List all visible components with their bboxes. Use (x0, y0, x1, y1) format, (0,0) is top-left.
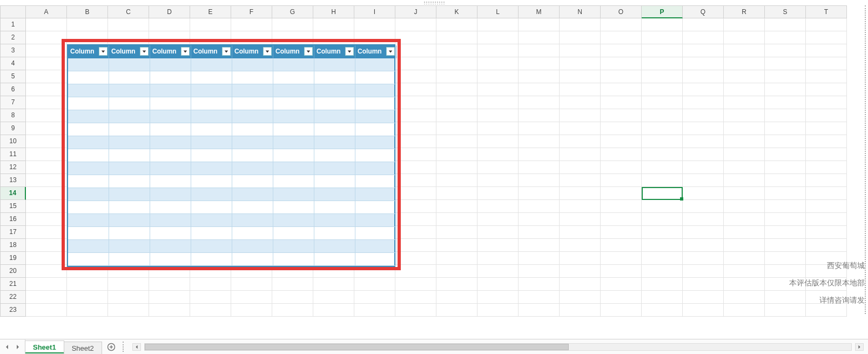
table-header-cell[interactable]: Column (68, 45, 109, 58)
table-cell[interactable] (273, 201, 314, 214)
table-cell[interactable] (150, 162, 191, 175)
cell-P5[interactable] (642, 70, 683, 83)
cell-S11[interactable] (765, 148, 806, 161)
table-cell[interactable] (232, 97, 273, 110)
cell-L5[interactable] (477, 70, 519, 83)
cell-M5[interactable] (519, 70, 560, 83)
table-cell[interactable] (109, 253, 150, 266)
cell-S9[interactable] (765, 122, 806, 135)
cell-K3[interactable] (436, 44, 477, 57)
cell-J8[interactable] (395, 109, 436, 122)
cell-R17[interactable] (724, 226, 765, 239)
table-cell[interactable] (68, 123, 109, 136)
cell-A4[interactable] (26, 57, 67, 70)
cell-A15[interactable] (26, 200, 67, 213)
table-header-cell[interactable]: Column (314, 45, 355, 58)
scroll-track[interactable] (144, 343, 852, 351)
table-cell[interactable] (191, 240, 232, 253)
table-cell[interactable] (314, 97, 355, 110)
cell-A20[interactable] (26, 265, 67, 278)
table-cell[interactable] (232, 123, 273, 136)
cell-Q20[interactable] (683, 265, 724, 278)
cell-S6[interactable] (765, 83, 806, 96)
cell-A14[interactable] (26, 187, 67, 200)
row-header-1[interactable]: 1 (0, 18, 26, 31)
cell-S4[interactable] (765, 57, 806, 70)
table-cell[interactable] (109, 58, 150, 71)
cell-K6[interactable] (436, 83, 477, 96)
cell-P17[interactable] (642, 226, 683, 239)
formatted-table[interactable]: ColumnColumnColumnColumnColumnColumnColu… (67, 44, 395, 267)
cell-N19[interactable] (560, 252, 601, 265)
cell-O4[interactable] (601, 57, 642, 70)
cell-P3[interactable] (642, 44, 683, 57)
cell-B23[interactable] (67, 304, 108, 317)
cell-F22[interactable] (231, 291, 272, 304)
cell-S2[interactable] (765, 31, 806, 44)
table-cell[interactable] (273, 162, 314, 175)
cell-O8[interactable] (601, 109, 642, 122)
cell-Q18[interactable] (683, 239, 724, 252)
cell-S14[interactable] (765, 187, 806, 200)
row-header-18[interactable]: 18 (0, 239, 26, 252)
cell-S15[interactable] (765, 200, 806, 213)
cell-R18[interactable] (724, 239, 765, 252)
table-cell[interactable] (314, 175, 355, 188)
cell-L16[interactable] (477, 213, 519, 226)
cell-R4[interactable] (724, 57, 765, 70)
cell-A8[interactable] (26, 109, 67, 122)
table-cell[interactable] (232, 227, 273, 240)
cell-N1[interactable] (560, 18, 601, 31)
cell-T16[interactable] (806, 213, 847, 226)
cell-L13[interactable] (477, 174, 519, 187)
cell-O10[interactable] (601, 135, 642, 148)
cell-K21[interactable] (436, 278, 477, 291)
table-header-cell[interactable]: Column (232, 45, 273, 58)
cell-T11[interactable] (806, 148, 847, 161)
cell-A5[interactable] (26, 70, 67, 83)
table-cell[interactable] (232, 84, 273, 97)
cell-A3[interactable] (26, 44, 67, 57)
cell-P14[interactable] (642, 187, 683, 200)
table-cell[interactable] (191, 71, 232, 84)
cell-S16[interactable] (765, 213, 806, 226)
table-cell[interactable] (68, 149, 109, 162)
table-cell[interactable] (355, 97, 396, 110)
cell-P15[interactable] (642, 200, 683, 213)
row-header-17[interactable]: 17 (0, 226, 26, 239)
cell-A9[interactable] (26, 122, 67, 135)
table-cell[interactable] (314, 123, 355, 136)
cell-P1[interactable] (642, 18, 683, 31)
cell-S12[interactable] (765, 161, 806, 174)
cell-Q17[interactable] (683, 226, 724, 239)
table-cell[interactable] (191, 253, 232, 266)
row-header-23[interactable]: 23 (0, 304, 26, 317)
table-cell[interactable] (68, 162, 109, 175)
cell-T4[interactable] (806, 57, 847, 70)
row-header-3[interactable]: 3 (0, 44, 26, 57)
cell-T21[interactable] (806, 278, 847, 291)
cell-O11[interactable] (601, 148, 642, 161)
cell-Q6[interactable] (683, 83, 724, 96)
sheet-tab-sheet2[interactable]: Sheet2 (64, 342, 102, 354)
cell-M8[interactable] (519, 109, 560, 122)
table-cell[interactable] (191, 136, 232, 149)
cell-K1[interactable] (436, 18, 477, 31)
cell-L1[interactable] (477, 18, 519, 31)
table-cell[interactable] (191, 58, 232, 71)
cell-K11[interactable] (436, 148, 477, 161)
cell-L6[interactable] (477, 83, 519, 96)
table-cell[interactable] (273, 188, 314, 201)
cell-M11[interactable] (519, 148, 560, 161)
table-cell[interactable] (191, 175, 232, 188)
cell-C1[interactable] (108, 18, 149, 31)
cell-J14[interactable] (395, 187, 436, 200)
table-cell[interactable] (150, 136, 191, 149)
column-header-J[interactable]: J (395, 5, 436, 18)
cell-R21[interactable] (724, 278, 765, 291)
cell-Q1[interactable] (683, 18, 724, 31)
cell-K19[interactable] (436, 252, 477, 265)
cell-N20[interactable] (560, 265, 601, 278)
cell-T9[interactable] (806, 122, 847, 135)
cell-O12[interactable] (601, 161, 642, 174)
